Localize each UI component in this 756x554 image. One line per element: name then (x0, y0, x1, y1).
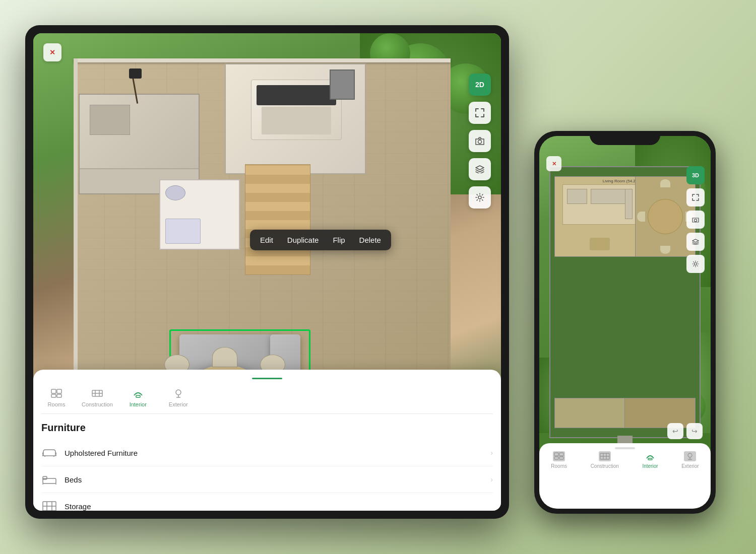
context-menu-flip[interactable]: Flip (331, 235, 347, 245)
bed-mattress (262, 107, 331, 134)
tab-exterior[interactable]: Exterior (163, 387, 194, 407)
phone-camera-icon (692, 217, 699, 223)
upholstered-label: Upholstered Furniture (65, 449, 490, 457)
phone-living-room: Living Room (54.2 m²) (554, 176, 645, 257)
phone-rooms-icon (553, 451, 565, 461)
phone-fullscreen-button[interactable] (686, 188, 705, 206)
svg-point-48 (688, 453, 692, 457)
phone-notch (590, 131, 660, 145)
phone-redo-button[interactable]: ↪ (686, 423, 703, 439)
view-2d-button[interactable]: 2D (469, 74, 491, 96)
phone-close-icon: ✕ (552, 161, 556, 167)
tablet-close-button[interactable]: ✕ (43, 43, 61, 61)
construction-icon (90, 387, 104, 399)
phone-tab-rooms[interactable]: Rooms (551, 451, 567, 469)
phone-fullscreen-icon (692, 194, 699, 201)
scene-background: Edit Duplicate Flip Delete ✕ 2D (0, 0, 756, 554)
svg-point-10 (176, 390, 181, 395)
exterior-icon (171, 387, 185, 399)
upholstered-chevron: › (490, 449, 493, 457)
furniture-list: Upholstered Furniture › Beds › (41, 440, 493, 511)
category-tabs: Rooms Construction Interior (41, 387, 493, 414)
bedroom-area (225, 63, 366, 174)
bed-shape (251, 80, 342, 140)
svg-rect-41 (554, 457, 558, 459)
layers-button[interactable] (469, 158, 491, 180)
phone-tab-interior[interactable]: Interior (642, 451, 658, 469)
furniture-item-upholstered[interactable]: Upholstered Furniture › (41, 440, 493, 466)
chair-top (212, 347, 237, 367)
context-menu: Edit Duplicate Flip Delete (250, 230, 391, 250)
fullscreen-icon (475, 108, 484, 117)
panel-drag-handle[interactable] (252, 378, 282, 379)
fp-chair-n (660, 179, 670, 187)
beds-icon (41, 472, 57, 487)
furniture-item-beds[interactable]: Beds › (41, 466, 493, 493)
wall-art (330, 70, 355, 100)
svg-rect-1 (51, 389, 56, 393)
tab-exterior-label: Exterior (169, 401, 188, 407)
tab-rooms[interactable]: Rooms (41, 387, 72, 407)
phone-undo-redo-area: ↩ ↪ (667, 423, 703, 439)
svg-rect-39 (554, 453, 558, 456)
furniture-section-title: Furniture (41, 422, 493, 434)
tab-construction[interactable]: Construction (82, 387, 113, 407)
phone-camera-button[interactable] (686, 211, 705, 229)
beds-label: Beds (65, 475, 490, 484)
wall-top (74, 58, 451, 62)
tab-interior-label: Interior (130, 401, 147, 407)
settings-button[interactable] (469, 186, 491, 209)
phone-layers-button[interactable] (686, 233, 705, 251)
furniture-item-storage[interactable]: Storage (41, 493, 493, 511)
tab-interior[interactable]: Interior (123, 387, 153, 407)
phone-floorplan: Living Room (54.2 m²) (549, 166, 701, 438)
tab-rooms-label: Rooms (48, 401, 66, 407)
phone-tab-construction-label: Construction (591, 463, 619, 469)
svg-rect-47 (648, 458, 652, 460)
stairs-steps (245, 164, 310, 275)
phone-construction-icon (599, 451, 611, 461)
fp-side-table (590, 238, 610, 250)
phone-device: Living Room (54.2 m²) (534, 131, 716, 514)
bathroom-area (159, 179, 240, 250)
context-menu-delete[interactable]: Delete (357, 235, 383, 245)
phone-exterior-icon (684, 451, 696, 461)
toilet (165, 185, 185, 200)
phone-tab-exterior[interactable]: Exterior (681, 451, 699, 469)
svg-rect-42 (559, 457, 563, 459)
bathtub (165, 219, 201, 244)
svg-point-0 (478, 196, 481, 199)
context-menu-edit[interactable]: Edit (258, 235, 275, 245)
storage-label: Storage (65, 502, 493, 511)
phone-interior-icon (644, 451, 656, 461)
svg-rect-2 (57, 389, 61, 393)
camera-icon (475, 137, 484, 145)
phone-view-3d-button[interactable]: 3D (686, 166, 705, 184)
undo-icon: ↩ (672, 427, 678, 435)
tablet-right-toolbar: 2D (469, 74, 491, 209)
phone-tab-interior-label: Interior (642, 463, 658, 469)
phone-layers-icon (692, 239, 699, 245)
camera-button[interactable] (469, 130, 491, 152)
fullscreen-button[interactable] (469, 102, 491, 124)
phone-undo-button[interactable]: ↩ (667, 423, 683, 439)
svg-rect-16 (43, 476, 47, 479)
phone-gear-icon (692, 260, 699, 267)
svg-rect-9 (136, 395, 140, 397)
layers-icon (475, 165, 484, 173)
storage-icon (41, 499, 57, 511)
context-menu-duplicate[interactable]: Duplicate (285, 235, 321, 245)
interior-icon (131, 387, 145, 399)
fp-sofa-arm (625, 189, 633, 219)
phone-settings-button[interactable] (686, 255, 705, 273)
fp-couch (562, 184, 636, 225)
tablet-bottom-panel: Rooms Construction Interior (33, 370, 501, 511)
phone-tab-exterior-label: Exterior (681, 463, 699, 469)
tablet-screen: Edit Duplicate Flip Delete ✕ 2D (33, 33, 501, 511)
svg-rect-40 (559, 453, 563, 456)
phone-close-button[interactable]: ✕ (546, 156, 561, 171)
fp-sofa-main (591, 189, 626, 204)
fp-room-bl (555, 398, 625, 428)
phone-tab-construction[interactable]: Construction (591, 451, 619, 469)
upholstered-icon (41, 446, 57, 460)
